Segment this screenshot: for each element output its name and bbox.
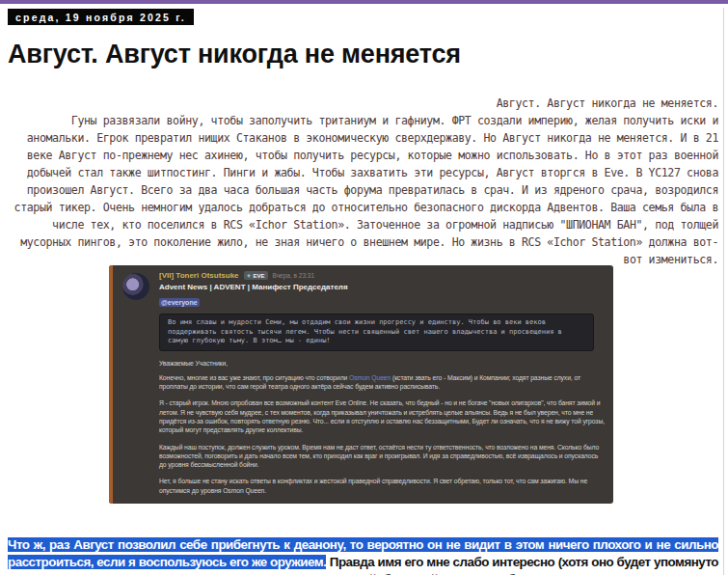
message-timestamp: Вчера, в 23:31	[273, 272, 315, 279]
post-date-badge: среда, 19 ноября 2025 г.	[8, 9, 194, 25]
intro-first-line: Август. Август никогда не меняется.	[8, 95, 718, 112]
message-paragraph-3: Я - старый игрок. Мною опробован все воз…	[159, 398, 606, 434]
message-paragraph-2: Конечно, многие из вас уже знают, про си…	[159, 373, 606, 392]
message-paragraph-5: Нет, я больше не стану искать ответы в к…	[159, 477, 606, 495]
page-right-border	[723, 8, 724, 575]
paragraph-2-text: Конечно, многие из вас уже знают, про си…	[159, 374, 349, 381]
intro-body: Гуны развязали войну, чтобы заполучить т…	[14, 114, 718, 266]
screenshot-edge-strip	[109, 265, 113, 504]
discord-message-header: [VII] Toneri Otsutsuke ✦EVE Вчера, в 23:…	[159, 271, 606, 280]
outro-paragraph: Что ж, раз Август позволил себе прибегну…	[8, 536, 718, 575]
server-tag-label: EVE	[254, 273, 265, 279]
message-title-line: Advent News | ADVENT | Манифест Председа…	[159, 283, 606, 291]
message-paragraph-greeting: Уважаемые Участники,	[159, 359, 606, 368]
discord-screenshot[interactable]: [VII] Toneri Otsutsuke ✦EVE Вчера, в 23:…	[109, 265, 613, 504]
server-tag-icon: ✦	[247, 273, 252, 279]
avatar	[122, 273, 149, 300]
osmon-queen-link: Osmon Queen	[349, 374, 391, 381]
message-paragraph-4: Каждый наш поступок, должен служить урок…	[159, 443, 606, 470]
discord-message-content: [VII] Toneri Otsutsuke ✦EVE Вчера, в 23:…	[159, 271, 606, 504]
discord-username: [VII] Toneri Otsutsuke	[159, 271, 239, 280]
everyone-mention: @everyone	[159, 298, 200, 307]
page-title: Август. Август никогда не меняется	[8, 40, 728, 69]
intro-paragraph: Август. Август никогда не меняется. Гуны…	[8, 95, 718, 268]
quote-block: Во имя славы и мудрости Семи, мы отдадим…	[159, 314, 594, 351]
server-tag-badge: ✦EVE	[244, 271, 268, 280]
discord-message: [VII] Toneri Otsutsuke ✦EVE Вчера, в 23:…	[109, 265, 613, 504]
